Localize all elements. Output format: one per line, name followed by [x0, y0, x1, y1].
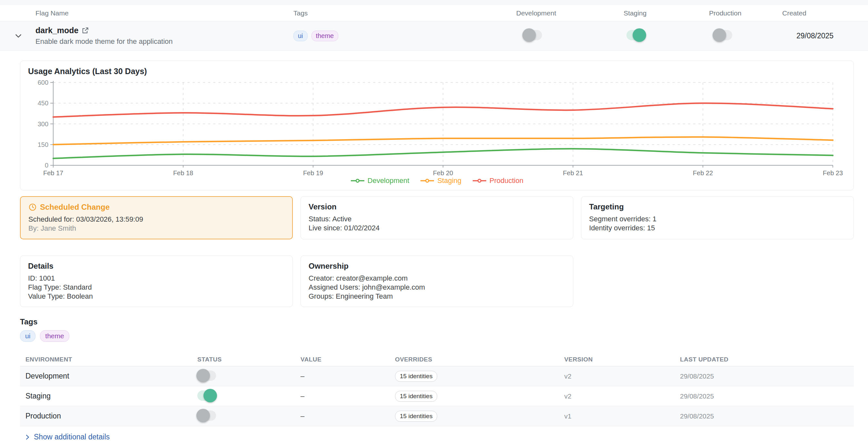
tag-badge-theme: theme [311, 31, 339, 41]
scheduled-by-text: By: Jane Smith [28, 224, 284, 233]
column-header-overrides: OVERRIDES [395, 356, 564, 363]
flag-detail-panel: Usage Analytics (Last 30 Days) 015030045… [0, 61, 868, 442]
column-header-value: VALUE [301, 356, 395, 363]
chevron-right-icon [24, 434, 31, 440]
staging-status-toggle[interactable] [197, 390, 216, 401]
environment-last-updated: 29/08/2025 [680, 393, 854, 400]
legend-marker-icon [472, 178, 487, 183]
tag-badge-theme: theme [40, 330, 69, 342]
legend-marker-icon [350, 178, 365, 183]
details-card: Details ID: 1001 Flag Type: Standard Val… [20, 256, 293, 307]
environment-name: Production [26, 412, 197, 420]
identities-overrides-button[interactable]: 15 identities [395, 371, 437, 382]
flag-row-dark-mode: dark_mode Enable dark mode theme for the… [0, 21, 868, 50]
environment-value: – [301, 412, 395, 420]
production-toggle[interactable] [714, 30, 732, 40]
column-header-tags: Tags [293, 9, 516, 17]
column-header-development: Development [516, 9, 624, 17]
toggle-knob [204, 389, 217, 402]
env-row-development: Development – 15 identities v2 29/08/202… [20, 366, 854, 386]
chart-title: Usage Analytics (Last 30 Days) [28, 67, 846, 76]
environment-version: v1 [564, 412, 680, 420]
legend-item-staging[interactable]: Staging [420, 176, 461, 185]
development-toggle-cell [516, 30, 624, 41]
creator: Creator: creator@example.com [309, 274, 565, 283]
svg-text:450: 450 [38, 100, 49, 107]
legend-item-production[interactable]: Production [472, 176, 523, 185]
column-header-production: Production [709, 9, 782, 17]
identities-overrides-button[interactable]: 15 identities [395, 411, 437, 422]
svg-text:Feb 17: Feb 17 [43, 169, 63, 176]
legend-label: Production [490, 176, 523, 185]
development-toggle[interactable] [523, 30, 542, 40]
environment-table: ENVIRONMENT STATUS VALUE OVERRIDES VERSI… [20, 353, 854, 426]
tags-heading: Tags [20, 317, 854, 326]
svg-text:Feb 20: Feb 20 [433, 169, 453, 176]
environment-value: – [301, 392, 395, 401]
svg-text:600: 600 [38, 79, 49, 86]
flag-created-date: 29/08/2025 [797, 32, 868, 40]
toggle-knob [196, 369, 210, 382]
flag-tags-cell: ui theme [293, 31, 516, 41]
show-additional-details-link[interactable]: Show additional details [0, 426, 868, 442]
env-row-production: Production – 15 identities v1 29/08/2025 [20, 406, 854, 426]
svg-text:Feb 23: Feb 23 [823, 169, 843, 176]
assigned-users: Assigned Users: john@example.com [309, 283, 565, 292]
legend-item-development[interactable]: Development [350, 176, 409, 185]
identity-overrides: Identity overrides: 15 [589, 224, 846, 233]
tag-badge-ui: ui [293, 31, 308, 41]
clock-icon [28, 203, 37, 211]
svg-text:300: 300 [38, 121, 49, 128]
development-status-toggle[interactable] [197, 371, 216, 381]
usage-analytics-card: Usage Analytics (Last 30 Days) 015030045… [20, 61, 854, 191]
flag-id: ID: 1001 [28, 274, 285, 283]
svg-text:0: 0 [45, 162, 49, 169]
column-header-version: VERSION [564, 356, 680, 363]
groups: Groups: Engineering Team [309, 292, 565, 301]
scheduled-for-text: Scheduled for: 03/03/2026, 13:59:09 [28, 215, 284, 224]
environment-value: – [301, 372, 395, 380]
legend-label: Development [368, 176, 409, 185]
flag-type: Flag Type: Standard [28, 283, 285, 292]
identities-overrides-button[interactable]: 15 identities [395, 391, 437, 402]
info-cards-row-2: Details ID: 1001 Flag Type: Standard Val… [20, 256, 854, 307]
legend-label: Staging [437, 176, 461, 185]
svg-text:Feb 19: Feb 19 [303, 169, 323, 176]
value-type: Value Type: Boolean [28, 292, 285, 301]
svg-text:Feb 22: Feb 22 [693, 169, 713, 176]
environment-last-updated: 29/08/2025 [680, 372, 854, 380]
scheduled-change-card: Scheduled Change Scheduled for: 03/03/20… [20, 196, 293, 239]
usage-analytics-chart: 0150300450600Feb 17Feb 18Feb 19Feb 20Feb… [28, 79, 846, 176]
legend-marker-icon [420, 178, 434, 183]
targeting-card: Targeting Segment overrides: 1 Identity … [581, 196, 854, 239]
flag-name[interactable]: dark_mode [35, 26, 79, 35]
column-header-flag-name: Flag Name [0, 9, 293, 17]
show-additional-details-label: Show additional details [34, 433, 110, 441]
scheduled-change-title: Scheduled Change [40, 203, 110, 212]
toggle-knob [713, 28, 726, 42]
collapse-chevron-icon[interactable] [14, 32, 23, 40]
column-header-last-updated: LAST UPDATED [680, 356, 854, 363]
chart-legend: Development Staging Production [28, 176, 846, 187]
production-status-toggle[interactable] [197, 410, 216, 421]
flag-main-cell: dark_mode Enable dark mode theme for the… [0, 26, 293, 46]
svg-text:Feb 21: Feb 21 [563, 169, 583, 176]
tag-badge-ui: ui [20, 330, 35, 342]
flag-table-header: Flag Name Tags Development Staging Produ… [0, 5, 868, 21]
environment-version: v2 [564, 372, 680, 380]
external-link-icon[interactable] [82, 27, 89, 34]
column-header-staging: Staging [624, 9, 709, 17]
toggle-knob [632, 28, 646, 42]
flag-description: Enable dark mode theme for the applicati… [35, 37, 293, 46]
toggle-knob [196, 409, 210, 422]
details-card-title: Details [28, 262, 285, 271]
version-status: Status: Active [309, 214, 565, 224]
info-cards-row-1: Scheduled Change Scheduled for: 03/03/20… [20, 196, 854, 239]
version-card-title: Version [309, 202, 565, 211]
environment-name: Staging [26, 392, 197, 401]
ownership-card: Ownership Creator: creator@example.com A… [301, 256, 573, 307]
column-header-created: Created [782, 9, 868, 17]
staging-toggle[interactable] [626, 30, 645, 40]
env-row-staging: Staging – 15 identities v2 29/08/2025 [20, 386, 854, 406]
page-top-strip [0, 0, 868, 5]
